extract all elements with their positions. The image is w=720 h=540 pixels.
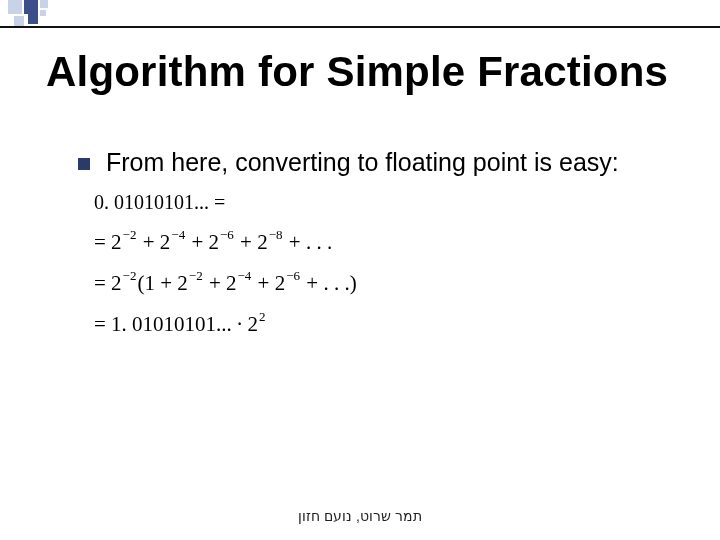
- deco-square: [24, 0, 38, 14]
- plus: +: [235, 230, 257, 254]
- term-base: 2: [111, 230, 122, 254]
- tail: + . . .: [284, 230, 333, 254]
- term-exp: −4: [238, 268, 252, 283]
- term-base: 2: [160, 230, 171, 254]
- mantissa: 1. 01010101... · 2: [111, 312, 258, 336]
- open-paren: (1 +: [137, 271, 177, 295]
- deco-square: [40, 0, 48, 8]
- bullet-text: From here, converting to floating point …: [106, 148, 619, 177]
- math-line-3: = 2−2(1 + 2−2 + 2−4 + 2−6 + . . .): [94, 273, 357, 294]
- deco-square: [40, 10, 46, 16]
- deco-square: [14, 16, 24, 26]
- term-exp: −6: [220, 227, 234, 242]
- slide-title: Algorithm for Simple Fractions: [46, 48, 668, 96]
- math-line-1: 0. 01010101... =: [94, 192, 357, 212]
- close-paren: + . . .): [301, 271, 357, 295]
- deco-square: [28, 14, 38, 24]
- eq-sign: =: [94, 312, 106, 336]
- eq-sign: =: [94, 271, 106, 295]
- bullet-item: From here, converting to floating point …: [78, 148, 619, 177]
- slide-decoration: [0, 0, 720, 32]
- term-exp: −2: [123, 227, 137, 242]
- term-base: 2: [177, 271, 188, 295]
- term-exp: −6: [286, 268, 300, 283]
- eq-sign: =: [94, 230, 106, 254]
- deco-square: [8, 0, 22, 14]
- footer-credits: תמר שרוט, נועם חזון: [0, 508, 720, 524]
- term-base: 2: [275, 271, 286, 295]
- factor-exp: −2: [123, 268, 137, 283]
- plus: +: [137, 230, 159, 254]
- term-exp: −4: [171, 227, 185, 242]
- plus: +: [204, 271, 226, 295]
- header-divider: [0, 26, 720, 28]
- factor-base: 2: [111, 271, 122, 295]
- final-exp: 2: [259, 309, 266, 324]
- math-line-2: = 2−2 + 2−4 + 2−6 + 2−8 + . . .: [94, 232, 357, 253]
- math-block: 0. 01010101... = = 2−2 + 2−4 + 2−6 + 2−8…: [94, 186, 357, 335]
- term-base: 2: [226, 271, 237, 295]
- term-base: 2: [209, 230, 220, 254]
- plus: +: [186, 230, 208, 254]
- term-base: 2: [257, 230, 268, 254]
- term-exp: −8: [269, 227, 283, 242]
- plus: +: [252, 271, 274, 295]
- square-bullet-icon: [78, 158, 90, 170]
- term-exp: −2: [189, 268, 203, 283]
- math-line-4: = 1. 01010101... · 22: [94, 314, 357, 335]
